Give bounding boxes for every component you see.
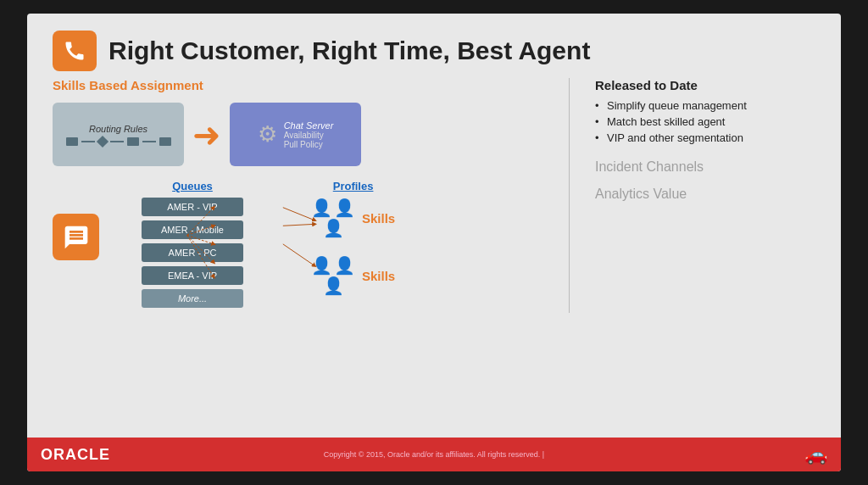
svg-line-6 bbox=[283, 224, 314, 226]
bullet-2: Match best skilled agent bbox=[595, 115, 815, 128]
person-icon-4: 👤 bbox=[311, 255, 332, 276]
bullet-1: Simplify queue management bbox=[595, 99, 815, 112]
person-icon-5: 👤 bbox=[334, 255, 355, 276]
profiles-heading: Profiles bbox=[333, 180, 374, 192]
rd-box3 bbox=[159, 137, 171, 146]
queue-item-more: More... bbox=[142, 289, 243, 308]
profile-group-2: 👤 👤 👤 Skills bbox=[311, 255, 395, 296]
vertical-divider bbox=[569, 78, 570, 313]
chat-bubble-svg bbox=[63, 224, 90, 251]
released-title: Released to Date bbox=[595, 78, 815, 92]
person-row2-top: 👤 👤 bbox=[311, 255, 355, 276]
person-row-top: 👤 👤 bbox=[311, 198, 355, 218]
queue-item-0: AMER - VIP bbox=[142, 198, 243, 216]
incident-channels-label: Incident Channels bbox=[595, 159, 815, 175]
qp-container: Queues AMER - VIP AMER - Mobile AMER - P… bbox=[53, 180, 543, 313]
phone-icon bbox=[63, 39, 86, 63]
oracle-logo: ORACLE bbox=[41, 446, 110, 464]
car-icon: 🚗 bbox=[804, 443, 827, 465]
cs-sub2: Pull Policy bbox=[284, 140, 334, 149]
profile-icons-2: 👤 👤 👤 bbox=[311, 255, 355, 296]
diagram-row: Routing Rules ➜ ⚙ Chat Serve bbox=[53, 103, 543, 166]
queue-item-2: AMER - PC bbox=[142, 243, 243, 262]
skills-label-2: Skills bbox=[362, 269, 395, 283]
skills-label-1: Skills bbox=[362, 211, 395, 226]
person-row2-bottom: 👤 bbox=[323, 276, 344, 296]
cs-text: Chat Server Availability Pull Policy bbox=[284, 120, 334, 149]
rd-line1 bbox=[81, 141, 95, 142]
rd-diamond bbox=[96, 135, 108, 147]
slide: Right Customer, Right Time, Best Agent S… bbox=[27, 14, 841, 471]
cs-title: Chat Server bbox=[284, 120, 334, 131]
phone-icon-wrap bbox=[53, 31, 97, 71]
routing-label: Routing Rules bbox=[89, 124, 147, 134]
copyright-text: Copyright © 2015, Oracle and/or its affi… bbox=[324, 450, 544, 459]
person-icon-3: 👤 bbox=[323, 218, 344, 238]
rd-line3 bbox=[142, 141, 156, 142]
queues-heading: Queues bbox=[172, 180, 213, 192]
flow-arrows-svg bbox=[53, 180, 543, 313]
queues-column: Queues AMER - VIP AMER - Mobile AMER - P… bbox=[142, 180, 243, 312]
bottom-bar: ORACLE Copyright © 2015, Oracle and/or i… bbox=[27, 438, 841, 471]
bullet-3: VIP and other segmentation bbox=[595, 131, 815, 144]
chat-bubble-icon bbox=[53, 214, 99, 260]
rd-box1 bbox=[66, 137, 78, 146]
rd-line2 bbox=[110, 141, 124, 142]
released-bullets: Simplify queue management Match best ski… bbox=[595, 99, 815, 144]
right-panel: Released to Date Simplify queue manageme… bbox=[578, 78, 815, 313]
routing-box: Routing Rules bbox=[53, 103, 184, 166]
queue-item-3: EMEA - VIP bbox=[142, 266, 243, 285]
person-row-bottom: 👤 bbox=[323, 218, 344, 238]
page-title: Right Customer, Right Time, Best Agent bbox=[108, 36, 590, 65]
profiles-column: Profiles 👤 👤 👤 bbox=[311, 180, 395, 313]
left-panel: Skills Based Assignment Routing Rules bbox=[53, 78, 560, 313]
person-icon-6: 👤 bbox=[323, 276, 344, 296]
person-icon-1: 👤 bbox=[311, 198, 332, 218]
person-icon-2: 👤 bbox=[334, 198, 355, 218]
analytics-value-label: Analytics Value bbox=[595, 187, 815, 202]
routing-diagram bbox=[66, 137, 171, 146]
rd-box2 bbox=[127, 137, 139, 146]
profile-group-1: 👤 👤 👤 Skills bbox=[311, 198, 395, 238]
cs-sub1: Availability bbox=[284, 131, 334, 140]
main-content: Skills Based Assignment Routing Rules bbox=[53, 78, 815, 313]
subtitle: Skills Based Assignment bbox=[53, 78, 543, 92]
svg-line-7 bbox=[283, 244, 314, 266]
header: Right Customer, Right Time, Best Agent bbox=[53, 31, 815, 71]
svg-line-5 bbox=[283, 208, 314, 220]
chat-server-box: ⚙ Chat Server Availability Pull Policy bbox=[230, 103, 361, 166]
profile-icons-1: 👤 👤 👤 bbox=[311, 198, 355, 238]
gear-icon: ⚙ bbox=[258, 121, 277, 148]
big-right-arrow: ➜ bbox=[192, 118, 221, 152]
queue-item-1: AMER - Mobile bbox=[142, 220, 243, 239]
